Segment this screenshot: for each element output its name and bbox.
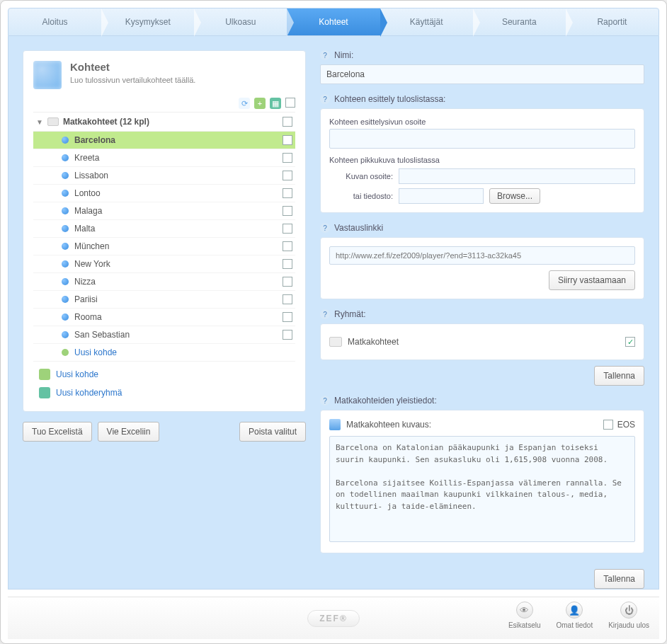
tab-kohteet[interactable]: Kohteet — [287, 8, 380, 35]
tab-aloitus[interactable]: Aloitus — [8, 8, 101, 35]
folder-icon — [47, 117, 59, 126]
collapse-icon[interactable]: ▼ — [36, 118, 43, 126]
or-file-label: tai tiedosto: — [329, 192, 393, 200]
help-icon[interactable]: ? — [320, 223, 330, 233]
answer-link-label: Vastauslinkki — [334, 223, 383, 233]
tree-item-label: Lontoo — [74, 188, 277, 198]
eos-checkbox[interactable] — [603, 420, 613, 430]
tree-item[interactable]: Lissabon — [33, 167, 295, 185]
left-column: Kohteet Luo tulossivun vertailukohteet t… — [23, 50, 306, 575]
refresh-icon[interactable]: ⟳ — [239, 98, 250, 109]
panel-toolbar: ⟳ + ▦ — [33, 95, 295, 112]
tree-item-label: San Sebastian — [74, 330, 277, 340]
help-icon[interactable]: ? — [320, 50, 330, 60]
image-url-label: Kuvan osoite: — [329, 172, 393, 180]
tree-item-label: Pariisi — [74, 294, 277, 304]
targets-icon — [33, 61, 62, 89]
list-action-buttons: Tuo Excelistä Vie Exceliin Poista valitu… — [23, 422, 306, 442]
profile-action[interactable]: 👤 Omat tiedot — [556, 602, 593, 629]
bullet-icon — [62, 190, 69, 197]
bullet-icon — [62, 278, 69, 285]
name-block: ? Nimi: — [320, 50, 644, 84]
file-path-input[interactable] — [399, 188, 484, 204]
item-checkbox[interactable] — [283, 241, 292, 251]
tree-item[interactable]: Kreeta — [33, 149, 295, 167]
group-assign-checkbox[interactable] — [625, 337, 635, 347]
save-button[interactable]: Tallenna — [594, 569, 644, 589]
tree-item[interactable]: Rooma — [33, 309, 295, 326]
link-label: Uusi kohde — [56, 369, 98, 379]
name-input[interactable] — [320, 64, 644, 84]
item-checkbox[interactable] — [283, 153, 292, 163]
bullet-icon — [62, 172, 69, 179]
presentation-label: Kohteen esittely tuloslistassa: — [334, 94, 445, 104]
bullet-icon — [62, 154, 69, 161]
bullet-icon — [62, 225, 69, 232]
tree-item[interactable]: Barcelona — [33, 132, 295, 149]
answer-url-field[interactable] — [329, 246, 635, 265]
add-new-target-row[interactable]: Uusi kohde — [33, 344, 295, 362]
tree-header[interactable]: ▼ Matkakohteet (12 kpl) — [33, 112, 295, 132]
group-checkbox[interactable] — [283, 117, 292, 127]
link-new-group[interactable]: Uusi kohderyhmä — [33, 387, 295, 398]
plus-icon — [62, 349, 69, 356]
help-icon[interactable]: ? — [320, 94, 330, 104]
item-checkbox[interactable] — [283, 259, 292, 269]
delete-selected-button[interactable]: Poista valitut — [239, 422, 306, 442]
groups-label: Ryhmät: — [334, 309, 366, 319]
item-checkbox[interactable] — [283, 277, 292, 287]
item-checkbox[interactable] — [283, 135, 292, 145]
save-button[interactable]: Tallenna — [594, 366, 644, 386]
targets-tree: BarcelonaKreetaLissabonLontooMalagaMalta… — [33, 132, 295, 344]
item-checkbox[interactable] — [283, 224, 292, 234]
tree-item[interactable]: Malaga — [33, 202, 295, 220]
tree-item[interactable]: München — [33, 238, 295, 255]
tab-seuranta[interactable]: Seuranta — [473, 8, 566, 35]
item-checkbox[interactable] — [283, 171, 292, 180]
tab-raportit[interactable]: Raportit — [566, 8, 659, 35]
link-new-target[interactable]: Uusi kohde — [33, 369, 295, 380]
tree-item[interactable]: Malta — [33, 220, 295, 238]
go-answer-button[interactable]: Siirry vastaamaan — [549, 270, 635, 290]
tree-item-label: New York — [74, 259, 277, 269]
bullet-icon — [62, 137, 69, 144]
add-group-icon[interactable]: ▦ — [270, 98, 281, 109]
import-excel-button[interactable]: Tuo Excelistä — [23, 422, 92, 442]
image-url-input[interactable] — [399, 168, 635, 184]
preview-action[interactable]: 👁 Esikatselu — [508, 602, 541, 629]
tree-item[interactable]: San Sebastian — [33, 326, 295, 344]
browse-button[interactable]: Browse... — [489, 188, 540, 204]
group-icon — [39, 387, 50, 398]
tree-item[interactable]: Nizza — [33, 273, 295, 291]
item-checkbox[interactable] — [283, 294, 292, 304]
page-address-label: Kohteen esittelysivun osoite — [329, 117, 635, 126]
select-all-checkbox[interactable] — [285, 98, 295, 108]
item-checkbox[interactable] — [283, 188, 292, 198]
add-new-target-label: Uusi kohde — [74, 347, 292, 357]
tab-käyttäjät[interactable]: Käyttäjät — [380, 8, 473, 35]
add-item-icon[interactable]: + — [254, 98, 266, 109]
help-icon[interactable]: ? — [320, 309, 330, 319]
description-textarea[interactable] — [329, 436, 635, 542]
tab-ulkoasu[interactable]: Ulkoasu — [194, 8, 287, 35]
tree-item[interactable]: Lontoo — [33, 185, 295, 202]
bullet-icon — [62, 314, 69, 321]
bullet-icon — [62, 296, 69, 303]
name-label: Nimi: — [334, 50, 353, 60]
power-icon: ⏻ — [620, 602, 637, 619]
preview-label: Esikatselu — [508, 621, 541, 629]
page-address-input[interactable] — [329, 129, 635, 149]
help-icon[interactable]: ? — [320, 396, 330, 406]
item-checkbox[interactable] — [283, 312, 292, 322]
item-checkbox[interactable] — [283, 206, 292, 216]
tab-kysymykset[interactable]: Kysymykset — [101, 8, 194, 35]
tree-item-label: Rooma — [74, 312, 277, 322]
panel-subtitle: Luo tulossivun vertailukohteet täällä. — [70, 76, 195, 84]
answer-link-block: ? Vastauslinkki Siirry vastaamaan — [320, 223, 644, 299]
wizard-tabs: AloitusKysymyksetUlkoasuKohteetKäyttäjät… — [8, 8, 659, 36]
export-excel-button[interactable]: Vie Exceliin — [98, 422, 160, 442]
item-checkbox[interactable] — [283, 330, 292, 340]
tree-item[interactable]: New York — [33, 255, 295, 273]
logout-action[interactable]: ⏻ Kirjaudu ulos — [608, 602, 649, 629]
tree-item[interactable]: Pariisi — [33, 291, 295, 309]
